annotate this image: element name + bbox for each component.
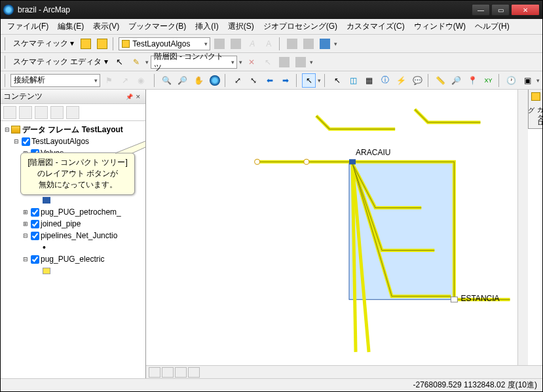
menu-file[interactable]: ファイル(F) xyxy=(3,19,52,34)
schematic-btn-2[interactable] xyxy=(95,37,109,51)
viewer-window-icon[interactable]: ▣ xyxy=(521,73,534,88)
data-view-tab[interactable] xyxy=(149,367,160,378)
tree-group[interactable]: ⊟ TestLayoutAlgos xyxy=(3,135,143,147)
vertical-scrollbar[interactable] xyxy=(517,90,528,365)
trace-btn-3: ◉ xyxy=(134,73,147,88)
menu-insert[interactable]: 挿入(I) xyxy=(191,19,222,34)
fixed-zoom-in-icon[interactable]: ⤢ xyxy=(231,73,244,88)
tree-root[interactable]: ⊟ データ フレーム TestLayout xyxy=(3,124,143,135)
find-route-icon[interactable]: 📍 xyxy=(465,73,479,88)
menu-select[interactable]: 選択(S) xyxy=(224,19,258,34)
close-button[interactable]: ✕ xyxy=(511,4,540,16)
electric-swatch xyxy=(3,265,143,277)
map-view-tabs xyxy=(146,365,542,378)
pan-icon[interactable]: ✋ xyxy=(192,73,206,88)
analysis-combo[interactable]: 接続解析 xyxy=(10,74,100,87)
map-view[interactable]: ARACAIU ESTANCIA カタログ xyxy=(146,90,542,378)
toc-pin-icon[interactable]: 📌 xyxy=(124,92,134,101)
layer-checkbox[interactable] xyxy=(31,220,39,228)
zoom-out-icon[interactable]: 🔍 xyxy=(176,73,189,88)
time-slider-icon[interactable]: 🕐 xyxy=(504,73,518,88)
catalog-tab[interactable]: カタログ xyxy=(528,90,542,129)
schematic-dropdown[interactable]: スケマティック ▾ xyxy=(10,38,77,49)
pause-icon[interactable] xyxy=(188,367,200,378)
layer-electric[interactable]: ⊟pug_PUG_electric xyxy=(3,253,143,265)
menu-customize[interactable]: カスタマイズ(C) xyxy=(343,19,409,34)
schematic-editor-dropdown[interactable]: スケマティック エディタ ▾ xyxy=(10,56,111,67)
layout-view-tab[interactable] xyxy=(162,367,174,378)
app-icon xyxy=(3,5,14,15)
html-popup-icon[interactable]: 💬 xyxy=(410,73,424,88)
group-checkbox[interactable] xyxy=(22,137,30,146)
layer-junctions[interactable]: ⊟pipelines_Net_Junctio xyxy=(3,230,143,241)
list-by-drawing-icon[interactable] xyxy=(3,106,16,119)
select-elements-icon[interactable]: ↖ xyxy=(302,73,316,88)
refresh-icon[interactable] xyxy=(175,367,187,378)
schematic-btn-1[interactable] xyxy=(79,37,93,51)
edit-pencil-icon[interactable]: ✎ xyxy=(129,55,143,69)
junctions-symbol: • xyxy=(3,241,143,253)
edit-cursor-icon[interactable]: ↖ xyxy=(113,55,127,69)
svg-point-3 xyxy=(304,159,309,164)
fwd-extent-icon[interactable]: ➡ xyxy=(279,73,293,88)
fixed-zoom-out-icon[interactable]: ⤡ xyxy=(247,73,261,88)
layer-checkbox[interactable] xyxy=(31,232,39,240)
layer-checkbox[interactable] xyxy=(31,208,39,217)
layer-checkbox[interactable] xyxy=(31,255,39,264)
hyperlink-icon[interactable]: ⚡ xyxy=(394,73,408,88)
maximize-button[interactable]: ▭ xyxy=(491,4,510,16)
select-by-attr-icon[interactable]: ▦ xyxy=(362,73,376,88)
callout-line2: 無効になっています。 xyxy=(26,179,129,190)
combo-text-2: 階層図 - コンパクトツ xyxy=(154,51,225,73)
catalog-label: カタログ xyxy=(527,102,543,128)
combo-text: TestLayoutAlgos xyxy=(132,39,190,48)
svg-rect-1 xyxy=(349,162,454,299)
list-by-selection-icon[interactable] xyxy=(50,106,64,119)
toc-view-buttons xyxy=(1,104,145,121)
root-label: データ フレーム TestLayout xyxy=(22,124,123,135)
zoom-in-icon[interactable]: 🔍 xyxy=(160,73,174,88)
measure-icon[interactable]: 📏 xyxy=(434,73,447,88)
toc-header: コンテンツ 📌 ✕ xyxy=(1,90,145,104)
toc-tree: [階層図 - コンパクト ツリー] のレイアウト ボタンが 無効になっています。… xyxy=(1,121,145,378)
layout-node-icon xyxy=(277,55,291,69)
schematic-template-combo[interactable]: TestLayoutAlgos xyxy=(119,37,210,50)
layout-align-icon xyxy=(293,55,308,69)
menu-edit[interactable]: 編集(E) xyxy=(54,19,88,34)
menu-window[interactable]: ウィンドウ(W) xyxy=(410,19,470,34)
minimize-button[interactable]: — xyxy=(472,4,490,16)
clear-selection-icon[interactable]: ◫ xyxy=(346,73,360,88)
layer-joined-pipe[interactable]: ⊞joined_pipe xyxy=(3,218,143,230)
list-by-visibility-icon[interactable] xyxy=(35,106,48,119)
window-title: brazil - ArcMap xyxy=(18,5,472,14)
menu-bookmark[interactable]: ブックマーク(B) xyxy=(124,19,190,34)
gas-plants-swatch xyxy=(3,194,143,206)
trace-btn-1: ⚑ xyxy=(102,73,116,88)
menu-view[interactable]: 表示(V) xyxy=(89,19,123,34)
layout-arrow-icon: ↖ xyxy=(261,55,275,69)
schematic-diagram: ARACAIU ESTANCIA xyxy=(146,90,542,378)
menu-help[interactable]: ヘルプ(H) xyxy=(471,19,514,34)
layer-petrochem[interactable]: ⊞pug_PUG_petrochem_ xyxy=(3,206,143,218)
full-extent-icon[interactable] xyxy=(208,73,221,88)
back-extent-icon[interactable]: ⬅ xyxy=(263,73,276,88)
layout-btn-1 xyxy=(212,37,227,51)
titlebar: brazil - ArcMap — ▭ ✕ xyxy=(1,1,542,19)
text-btn-a: A xyxy=(245,37,259,51)
goto-xy-icon[interactable]: XY xyxy=(481,73,495,88)
select-features-icon[interactable]: ↖ xyxy=(330,73,344,88)
label-estancia: ESTANCIA xyxy=(460,294,499,303)
list-by-source-icon[interactable] xyxy=(19,106,32,119)
callout-line1: [階層図 - コンパクト ツリー] のレイアウト ボタンが xyxy=(26,157,129,179)
tooltip-callout: [階層図 - コンパクト ツリー] のレイアウト ボタンが 無効になっています。 xyxy=(20,152,135,195)
toc-close-icon[interactable]: ✕ xyxy=(134,92,143,101)
svg-point-2 xyxy=(255,159,260,164)
menu-geoprocessing[interactable]: ジオプロセシング(G) xyxy=(259,19,341,34)
options-icon[interactable] xyxy=(66,106,79,119)
layout-btn-2 xyxy=(229,37,243,51)
layout-algorithm-combo[interactable]: 階層図 - コンパクトツ xyxy=(151,56,237,69)
find-icon[interactable]: 🔎 xyxy=(449,73,463,88)
propagate-btn-2 xyxy=(301,37,316,51)
propagate-btn-3[interactable] xyxy=(318,37,332,51)
identify-icon[interactable]: ⓘ xyxy=(378,73,392,88)
